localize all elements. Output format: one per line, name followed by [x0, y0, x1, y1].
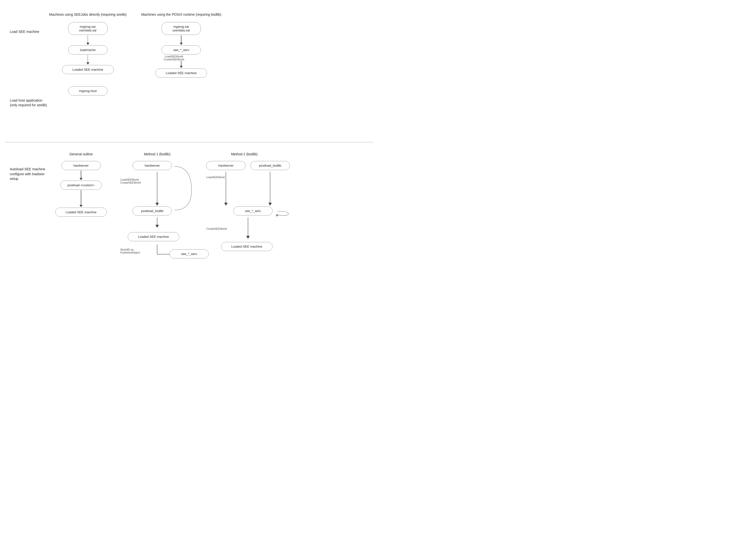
bottom-col1-title: General outline [70, 152, 93, 156]
col1-arrow1 [86, 35, 89, 45]
col1-title: Machines using SEEJobs directly (requiri… [49, 12, 127, 17]
b1-arrow1-head [79, 178, 82, 180]
bottom-col3: Method 2 (bsdlib) hardserver LoadSEEWorl… [201, 152, 287, 284]
b1-arrow1 [79, 171, 82, 180]
bottom-left-labels: Autoload SEE machine configure with load… [10, 147, 49, 284]
bottom-col1: General outline hardserver postload-<cus… [49, 152, 113, 284]
svg-marker-13 [276, 214, 279, 217]
col1-arrow2 [86, 55, 89, 65]
bottom-diagrams: General outline hardserver postload-<cus… [49, 147, 368, 284]
col2-arrow2-head [180, 66, 183, 68]
col2-title: Machines using the POSIX runtime (requir… [141, 12, 221, 17]
svg-marker-12 [246, 236, 250, 239]
load-host-label: Load host application (only required for… [10, 98, 49, 108]
top-left-labels: Load SEE machine Load host application (… [10, 7, 49, 137]
load-see-label: Load SEE machine [10, 29, 49, 34]
b3-arrow-label2: CreateSEEWorld [206, 227, 227, 230]
b1-arrow2 [79, 190, 82, 207]
col2-arrow2: LoadSEEWorld CreateSEEWorld [178, 55, 184, 68]
bottom-section: Autoload SEE machine configure with load… [5, 142, 373, 289]
col2-arrow1 [180, 35, 183, 45]
col2-node3: Loaded SEE machine [156, 69, 207, 77]
b1-node3: Loaded SEE machine [55, 208, 107, 217]
b1-arrow2-head [79, 205, 82, 207]
b2-svg-arrow2 [120, 207, 194, 231]
col2-node2: see_*_serv [161, 45, 201, 54]
main-container: Load SEE machine Load host application (… [0, 0, 378, 294]
top-diagrams: Machines using SEEJobs directly (requiri… [49, 7, 368, 137]
col1-node4: myprog-host [68, 86, 107, 96]
svg-marker-1 [156, 203, 159, 206]
b3-node3: see_*_serv [233, 207, 273, 215]
svg-marker-10 [268, 203, 272, 206]
col2-arrow1-head [180, 43, 183, 45]
col2-bsdlib: Machines using the POSIX runtime (requir… [141, 12, 221, 137]
bottom-col2-title: Method 1 (bsdlib) [144, 152, 170, 156]
col2-arrow2-label: LoadSEEWorld CreateSEEWorld [163, 55, 184, 61]
svg-marker-3 [156, 225, 159, 228]
b3-node4: Loaded SEE machine [221, 242, 273, 251]
col1-node2: loadmache [68, 45, 107, 54]
b3-svg [201, 161, 287, 284]
top-section: Load SEE machine Load host application (… [5, 5, 373, 142]
col1-arrow1-head [86, 43, 89, 45]
b1-node2: postload-<custom> [60, 181, 102, 190]
col2-node1: myprog.sar userdata.sar [161, 22, 201, 35]
bottom-col2: Method 1 (bsdlib) hardserver LoadSEEWorl… [120, 152, 194, 284]
bottom-col3-title: Method 2 (bsdlib) [231, 152, 258, 156]
col1-arrow2-head [86, 62, 89, 65]
col1-node3: Loaded SEE machine [62, 65, 114, 74]
svg-marker-8 [224, 203, 228, 206]
col1-node1: myprog.sar userdata.sar [68, 22, 107, 35]
autoload-label: Autoload SEE machine configure with load… [10, 167, 49, 182]
col1-seelib: Machines using SEEJobs directly (requiri… [49, 12, 127, 137]
b1-node1: hardserver [61, 161, 101, 170]
